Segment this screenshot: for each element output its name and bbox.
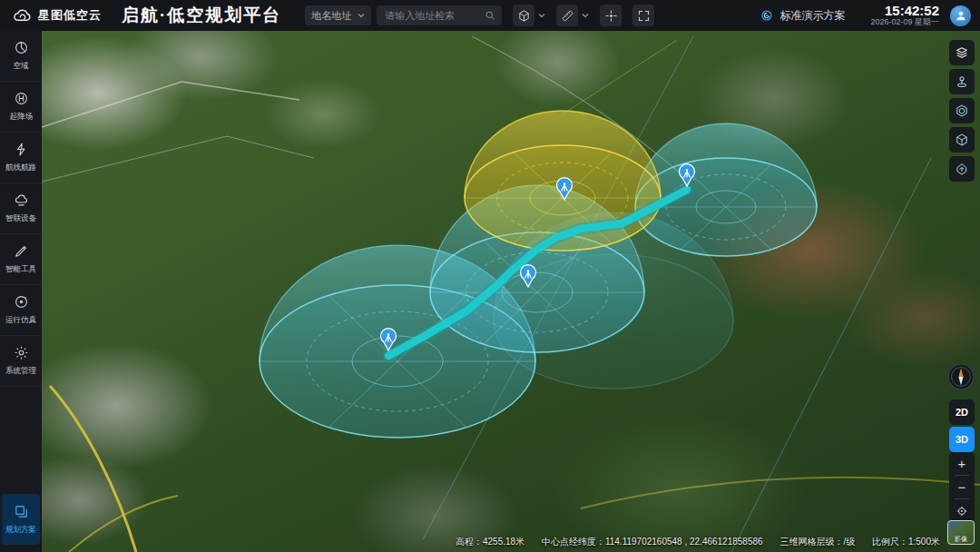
mode-3d-button[interactable]: 3D bbox=[949, 427, 975, 452]
sidebar-item-helipad[interactable]: 起降场 bbox=[0, 82, 42, 133]
measure-tool-group bbox=[556, 5, 589, 26]
layers-icon bbox=[955, 45, 969, 60]
cloud-logo-icon bbox=[13, 8, 33, 23]
map-3d-overlay bbox=[42, 31, 980, 552]
target-icon bbox=[956, 505, 968, 518]
person-icon bbox=[955, 9, 967, 22]
sidebar-item-devices[interactable]: 智联设备 bbox=[0, 183, 42, 234]
mode-2d-button[interactable]: 2D bbox=[949, 399, 975, 425]
time-display: 15:42:52 bbox=[870, 4, 939, 19]
sidebar-item-label: 智联设备 bbox=[5, 212, 36, 223]
airspace-icon bbox=[14, 40, 29, 55]
top-bar: 星图低空云 启航·低空规划平台 地名地址 bbox=[0, 0, 980, 31]
measure-tool-button[interactable] bbox=[556, 5, 578, 26]
model-tool-group bbox=[513, 5, 545, 26]
scheme-label: 标准演示方案 bbox=[779, 8, 845, 24]
clock: 15:42:52 2026-02-09 星期一 bbox=[870, 4, 939, 27]
scheme-selector[interactable]: 标准演示方案 bbox=[760, 8, 845, 24]
sidebar-item-label: 空域 bbox=[13, 60, 28, 71]
grid-3d-button[interactable] bbox=[949, 98, 975, 123]
sidebar-item-routes[interactable]: 航线航路 bbox=[0, 133, 42, 183]
sidebar-item-label: 运行仿真 bbox=[5, 314, 36, 325]
system-gear-icon bbox=[14, 345, 29, 360]
chevron-down-icon bbox=[358, 13, 365, 18]
mode-2d-label: 2D bbox=[956, 407, 968, 418]
search-input[interactable] bbox=[383, 9, 485, 22]
date-display: 2026-02-09 星期一 bbox=[870, 18, 939, 27]
scene-arrow-icon bbox=[955, 162, 969, 176]
elevation-readout: 高程：4255.18米 bbox=[456, 537, 524, 547]
basemap-switcher[interactable]: 影像 bbox=[947, 520, 975, 545]
center-coordinates-readout: 中心点经纬度：114.119702160548 , 22.46612185858… bbox=[542, 537, 763, 547]
page-title: 启航·低空规划平台 bbox=[122, 4, 281, 27]
app-window: 星图低空云 启航·低空规划平台 地名地址 bbox=[0, 0, 980, 552]
cube-tool-button[interactable] bbox=[513, 5, 534, 26]
model-cube-button[interactable] bbox=[949, 127, 975, 153]
compass-control[interactable] bbox=[947, 363, 975, 390]
logo: 星图低空云 bbox=[13, 7, 102, 24]
scene-button[interactable] bbox=[949, 156, 975, 182]
search-type-label: 地名地址 bbox=[311, 9, 351, 23]
locate-icon bbox=[604, 9, 618, 23]
grid-level-readout: 三维网格层级：/级 bbox=[779, 537, 855, 547]
left-sidebar: 空域 起降场 航线航路 智联设备 智能工具 bbox=[0, 31, 42, 552]
reset-view-button[interactable] bbox=[949, 499, 975, 522]
hex-cube-icon bbox=[955, 133, 969, 147]
sidebar-item-plan-scheme[interactable]: 规划方案 bbox=[2, 494, 40, 545]
tools-icon bbox=[14, 243, 29, 259]
user-avatar[interactable] bbox=[950, 5, 971, 26]
ruler-icon bbox=[561, 9, 574, 23]
helipad-icon bbox=[14, 91, 29, 106]
roam-button[interactable] bbox=[949, 69, 975, 94]
cube-icon bbox=[517, 9, 531, 23]
zoom-out-button[interactable]: − bbox=[949, 476, 975, 498]
sidebar-item-simulation[interactable]: 运行仿真 bbox=[0, 285, 42, 336]
sidebar-item-label: 规划方案 bbox=[5, 524, 36, 535]
hex-grid-icon bbox=[955, 104, 969, 118]
route-icon bbox=[14, 142, 29, 157]
locate-tool-button[interactable] bbox=[600, 5, 622, 26]
airspace-dome-cyan-right[interactable] bbox=[635, 123, 817, 256]
fullscreen-button[interactable] bbox=[632, 5, 654, 26]
zoom-in-button[interactable]: + bbox=[949, 452, 975, 475]
layers-button[interactable] bbox=[949, 40, 975, 65]
search-icon[interactable] bbox=[485, 10, 495, 21]
zoom-control: + − bbox=[949, 452, 975, 522]
sidebar-item-label: 航线航路 bbox=[5, 162, 36, 172]
compass-icon bbox=[947, 363, 975, 390]
sidebar-item-label: 智能工具 bbox=[5, 263, 36, 274]
chevron-down-icon[interactable] bbox=[538, 13, 545, 18]
simulation-icon bbox=[14, 294, 29, 310]
plan-icon bbox=[14, 504, 29, 519]
right-toolbar bbox=[949, 40, 975, 182]
device-icon bbox=[14, 192, 29, 208]
address-search bbox=[377, 5, 502, 25]
status-bar: 高程：4255.18米 中心点经纬度：114.119702160548 , 22… bbox=[456, 536, 940, 548]
sidebar-item-airspace[interactable]: 空域 bbox=[0, 31, 42, 82]
scale-readout: 比例尺：1:500米 bbox=[872, 537, 940, 547]
chevron-down-icon[interactable] bbox=[582, 13, 589, 18]
sidebar-item-system[interactable]: 系统管理 bbox=[0, 336, 42, 387]
basemap-label: 影像 bbox=[955, 536, 967, 544]
logo-text: 星图低空云 bbox=[38, 7, 102, 24]
fullscreen-icon bbox=[637, 9, 651, 23]
sidebar-item-label: 系统管理 bbox=[5, 365, 36, 376]
sidebar-item-label: 起降场 bbox=[9, 111, 33, 122]
mode-3d-label: 3D bbox=[956, 434, 968, 445]
scheme-icon bbox=[760, 9, 773, 22]
joystick-icon bbox=[955, 74, 969, 89]
search-type-select[interactable]: 地名地址 bbox=[305, 5, 371, 25]
map-viewport[interactable] bbox=[42, 31, 980, 552]
sidebar-item-tools[interactable]: 智能工具 bbox=[0, 234, 42, 285]
